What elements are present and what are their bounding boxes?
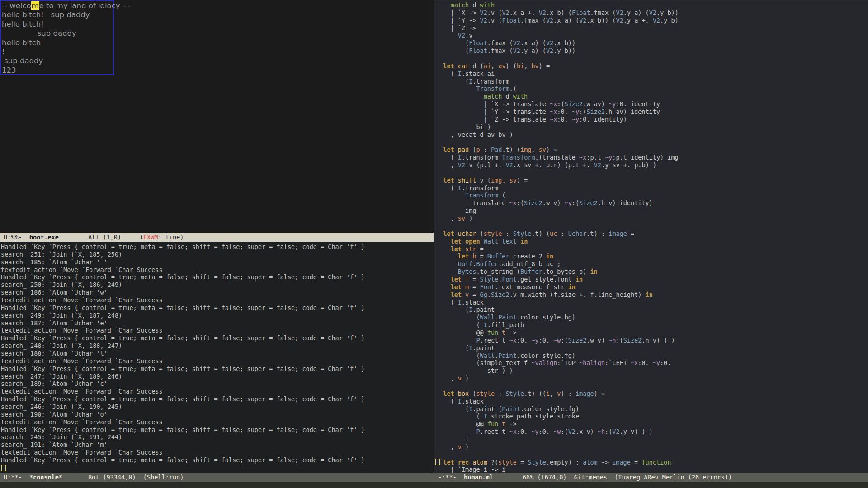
modeline-segment: U:**- bbox=[4, 474, 29, 481]
code-line: let b = Buffer.create 2 in bbox=[436, 253, 868, 260]
console-log-line: textedit action `Move `Forward `Char Suc… bbox=[1, 357, 434, 365]
boot-exe-window[interactable]: -- welcome to my land of idiocy ---hello… bbox=[0, 0, 434, 233]
code-line: let open Wall_text in bbox=[436, 238, 868, 245]
code-line: translate ~x:(Size2.w v) ~y:(Size2.h v) … bbox=[436, 199, 868, 207]
code-line: ( I.transform Transform.(translate ~x:p.… bbox=[436, 154, 868, 161]
code-line: let box (style : Style.t) ((i, v) : imag… bbox=[436, 390, 868, 398]
console-log-line: Handled `Key `Press { control = true; me… bbox=[1, 365, 434, 373]
code-line bbox=[436, 55, 868, 62]
console-log-line: search_ 189: `Atom `Uchar 'c' bbox=[1, 380, 434, 388]
modeline-segment: -:**- bbox=[438, 474, 464, 481]
console-log-line: search_ 185: `Atom `Uchar ' ' bbox=[1, 258, 434, 266]
console-log-line: search_ 191: `Atom `Uchar 'm' bbox=[1, 441, 434, 449]
console-log-line: Handled `Key `Press { control = true; me… bbox=[1, 426, 434, 434]
modeline-human-ml[interactable]: -:**- human.ml 66% (1674,0) Git:memes (T… bbox=[434, 473, 868, 482]
console-log-line: search_ 245: `Join (`X, 191, 244) bbox=[1, 433, 434, 441]
code-line bbox=[436, 382, 868, 390]
code-line: | `X -> V2.v (V2.x a +. V2.x b) (Float.f… bbox=[436, 9, 868, 17]
demo-text-line: -- welcome to my land of idiocy --- bbox=[2, 1, 113, 10]
code-line: ( I.stack ai bbox=[436, 70, 868, 78]
modeline-segment: U:%%- bbox=[4, 234, 29, 241]
demo-text-line: sup daddy bbox=[2, 56, 113, 66]
console-log-line: search_ 249: `Join (`X, 187, 248) bbox=[1, 312, 434, 319]
code-line: let str = bbox=[436, 245, 868, 253]
console-buffer[interactable]: Handled `Key `Press { control = true; me… bbox=[0, 242, 434, 473]
code-line bbox=[436, 169, 868, 177]
text-demo-box: -- welcome to my land of idiocy ---hello… bbox=[0, 0, 114, 75]
code-line: let uchar (style : Style.t) (uc : Uchar.… bbox=[436, 230, 868, 238]
code-line: (I.paint bbox=[436, 306, 868, 314]
console-log-line: Handled `Key `Press { control = true; me… bbox=[1, 273, 434, 281]
code-line: i bbox=[436, 436, 868, 443]
code-line: , sv ) bbox=[436, 215, 868, 222]
code-line: V2.v bbox=[436, 32, 868, 39]
code-line: match d with bbox=[436, 93, 868, 100]
console-log-line: Handled `Key `Press { control = true; me… bbox=[1, 304, 434, 312]
console-log-line: textedit action `Move `Forward `Char Suc… bbox=[1, 388, 434, 395]
code-line: (Float.fmax (V2.y a) (V2.y b)) bbox=[436, 47, 868, 55]
modeline-console[interactable]: U:**- *console* Bot (93344,0) (Shell:run… bbox=[0, 473, 434, 482]
code-line bbox=[436, 451, 868, 459]
code-line bbox=[436, 222, 868, 230]
demo-text-line: hello bitch! bbox=[2, 20, 113, 29]
code-line: P.rect t ~x:0. ~y:0. ~w:(Size2.w v) ~h:(… bbox=[436, 337, 868, 344]
code-line: ( I.stroke_path style.stroke bbox=[436, 413, 868, 420]
code-line: (I.paint bbox=[436, 344, 868, 352]
code-line: img bbox=[436, 207, 868, 215]
exwm-frame: -- welcome to my land of idiocy ---hello… bbox=[0, 0, 868, 488]
code-line bbox=[436, 138, 868, 146]
code-line: bi ) bbox=[436, 123, 868, 131]
code-line: Transform.( bbox=[436, 192, 868, 199]
console-log-line: textedit action `Move `Forward `Char Suc… bbox=[1, 327, 434, 334]
code-line: str ) ) bbox=[436, 367, 868, 375]
modeline-boot-exe[interactable]: U:%%- boot.exe All (1,0) (EXWM: line) bbox=[0, 233, 434, 242]
code-line: | `Image i -> i bbox=[436, 466, 868, 473]
demo-text-line: hello bitch bbox=[2, 38, 113, 47]
console-log-line: Handled `Key `Press { control = true; me… bbox=[1, 334, 434, 342]
code-line: @@ fun t -> bbox=[436, 420, 868, 428]
app-cursor: m bbox=[31, 1, 39, 10]
code-line: , v ) bbox=[436, 443, 868, 451]
demo-text-line: 123 bbox=[2, 66, 113, 75]
console-log-line: Handled `Key `Press { control = true; me… bbox=[1, 243, 434, 251]
modeline-segment: All (1,0) ( bbox=[59, 234, 143, 241]
code-line: (Wall.Paint.color style.fg) bbox=[436, 352, 868, 360]
code-line: let f = Style.Font.get style.font in bbox=[436, 276, 868, 283]
console-log-line: Handled `Key `Press { control = true; me… bbox=[1, 456, 434, 464]
console-log-line: search_ 188: `Atom `Uchar 'l' bbox=[1, 350, 434, 357]
code-line: | `X -> translate ~x:(Size2.w av) ~y:0. … bbox=[436, 100, 868, 108]
console-log-line: textedit action `Move `Forward `Char Suc… bbox=[1, 449, 434, 456]
console-log-line: Handled `Key `Press { control = true; me… bbox=[1, 395, 434, 403]
code-line: (simple_text f ~valign:`TOP ~halign:`LEF… bbox=[436, 359, 868, 367]
echo-area bbox=[0, 482, 868, 488]
console-log-line: search_ 250: `Join (`X, 186, 249) bbox=[1, 281, 434, 289]
console-log-line: search_ 186: `Atom `Uchar 'w' bbox=[1, 289, 434, 296]
code-line: let cat d (ai, av) (bi, bv) = bbox=[436, 62, 868, 70]
code-line: ( I.fill_path bbox=[436, 321, 868, 329]
modeline-segment: *console* bbox=[29, 474, 62, 481]
code-line: ( I.stack bbox=[436, 299, 868, 306]
code-editor-human-ml[interactable]: match d with | `X -> V2.v (V2.x a +. V2.… bbox=[434, 0, 868, 473]
modeline-segment: human.ml bbox=[464, 474, 493, 481]
console-cursor bbox=[1, 465, 6, 471]
code-line: ( I.transform bbox=[436, 184, 868, 192]
code-line: ( I.stack bbox=[436, 398, 868, 405]
code-line: Bytes.to_string (Buffer.to_bytes b) in bbox=[436, 268, 868, 276]
code-line: (Wall.Paint.color style.bg) bbox=[436, 314, 868, 321]
code-line: (I.paint (Paint.color style.fg) bbox=[436, 405, 868, 413]
console-log-line: textedit action `Move `Forward `Char Suc… bbox=[1, 266, 434, 274]
code-line: let rec atom ?(style = Style.empty) : at… bbox=[436, 459, 868, 466]
code-line: , V2.v (p.l +. V2.x sv +. p.r) (p.t +. V… bbox=[436, 161, 868, 169]
modeline-segment: boot.exe bbox=[29, 234, 59, 241]
code-line: match d with bbox=[436, 1, 868, 9]
code-line: (Float.fmax (V2.x a) (V2.x b)) bbox=[436, 39, 868, 47]
console-log-line: search_ 190: `Atom `Uchar 'o' bbox=[1, 411, 434, 418]
code-line: | `Z -> translate ~x:0. ~y:0. identity) bbox=[436, 116, 868, 123]
code-line: let pad (p : Pad.t) (img, sv) = bbox=[436, 146, 868, 154]
console-log-line: search_ 246: `Join (`X, 190, 245) bbox=[1, 403, 434, 411]
demo-text-line: hello bitch! sup daddy bbox=[2, 10, 113, 19]
editor-cursor bbox=[435, 459, 440, 465]
demo-text-line: ! bbox=[2, 47, 113, 56]
code-line: | `Z -> bbox=[436, 24, 868, 32]
code-line: | `Y -> translate ~x:0. ~y:(Size2.h av) … bbox=[436, 108, 868, 116]
